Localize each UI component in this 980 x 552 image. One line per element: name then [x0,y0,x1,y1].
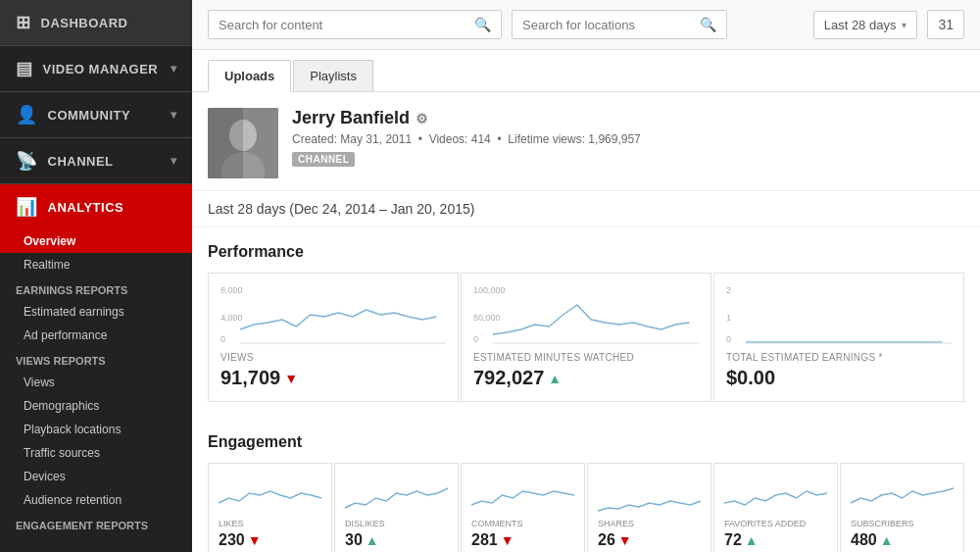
channel-name-text: Jerry Banfield [292,108,410,128]
channel-badge: CHANNEL [292,152,355,167]
sidebar-item-traffic-sources[interactable]: Traffic sources [0,441,192,465]
search-content-input[interactable] [219,18,474,32]
community-icon: 👤 [16,104,38,125]
engage-card-dislikes: DISLIKES 30 ▲ [334,463,459,552]
views-number: 91,709 [220,367,280,389]
channel-info: Jerry Banfield ⚙ Created: May 31, 2011 •… [292,108,964,167]
sidebar-item-ad-performance[interactable]: Ad performance [0,324,192,347]
sidebar-item-estimated-earnings[interactable]: Estimated earnings [0,300,192,324]
comments-number: 281 [471,531,498,549]
search-location-input[interactable] [522,18,700,32]
sidebar-item-devices[interactable]: Devices [0,465,192,488]
date-range-label: Last 28 days [824,18,897,32]
subscribers-number: 480 [851,531,877,549]
engage-card-favorites: FAVORITES ADDED 72 ▲ [713,463,838,552]
channel-header: Jerry Banfield ⚙ Created: May 31, 2011 •… [192,92,980,191]
minutes-chart-line [493,295,699,344]
avatar-svg [208,108,278,178]
engagement-section-label: Engagement reports [0,512,192,535]
chart-y-min: 0 [473,334,478,344]
date-range-display: Last 28 days (Dec 24, 2014 – Jan 20, 201… [192,191,980,227]
search-icon: 🔍 [474,17,491,32]
trend-down-icon: ▼ [284,371,298,386]
views-label: VIEWS [220,352,446,363]
subscribers-value: 480 ▲ [851,531,954,549]
sidebar-item-audience-retention[interactable]: Audience retention [0,488,192,512]
earnings-section-label: Earnings reports [0,276,192,300]
search-content-box[interactable]: 🔍 [208,10,502,39]
date-range-picker[interactable]: Last 28 days ▾ [813,11,918,39]
calendar-button[interactable]: 31 [927,10,964,39]
earnings-chart-line [746,295,952,344]
shares-chart [598,474,701,513]
sidebar-item-community[interactable]: 👤 Community ▾ [0,92,192,137]
tab-uploads[interactable]: Uploads [208,60,291,92]
likes-label: LIKES [219,519,321,528]
dashboard-icon: ⊞ [16,12,31,33]
channel-icon: 📡 [16,150,38,172]
performance-section: Performance 8,000 4,000 0 VIEWS [192,227,980,418]
tab-playlists[interactable]: Playlists [293,60,373,91]
sidebar-item-label: Community [48,108,131,123]
sidebar-item-label: Channel [48,154,114,169]
comments-value: 281 ▼ [471,531,574,549]
shares-label: SHARES [598,519,701,528]
sidebar-item-playback-locations[interactable]: Playback locations [0,418,192,441]
trend-down-icon: ▼ [618,532,632,548]
main-content: 🔍 🔍 Last 28 days ▾ 31 Uploads Playlists [192,0,980,552]
dislikes-label: DISLIKES [345,519,448,528]
favorites-number: 72 [724,531,742,549]
views-chart: 8,000 4,000 0 [220,285,446,344]
channel-meta: Created: May 31, 2011 • Videos: 414 • Li… [292,132,964,146]
favorites-chart [724,474,827,513]
sidebar-item-dashboard[interactable]: ⊞ Dashboard [0,0,192,45]
shares-value: 26 ▼ [598,531,701,549]
channel-created: Created: May 31, 2011 [292,132,412,146]
verified-icon: ⚙ [416,111,428,126]
avatar [208,108,278,178]
perf-card-views: 8,000 4,000 0 VIEWS 91,709 ▼ [208,273,459,402]
views-chart-line [240,295,446,344]
sidebar-item-views[interactable]: Views [0,371,192,394]
minutes-label: ESTIMATED MINUTES WATCHED [473,352,699,363]
minutes-number: 792,027 [473,367,544,389]
subscribers-label: SUBSCRIBERS [851,519,954,528]
earnings-number: $0.00 [726,367,775,389]
calendar-label: 31 [938,17,954,32]
channel-name: Jerry Banfield ⚙ [292,108,964,128]
search-location-box[interactable]: 🔍 [512,10,727,39]
trend-up-icon: ▲ [745,532,759,548]
performance-title: Performance [208,243,964,261]
chart-y-max: 100,000 [473,285,506,295]
sidebar-item-analytics[interactable]: 📊 Analytics [0,184,192,229]
sidebar-item-channel[interactable]: 📡 Channel ▾ [0,138,192,183]
comments-label: COMMENTS [471,519,574,528]
engagement-title: Engagement [208,433,964,451]
chevron-down-icon: ▾ [171,108,177,122]
channel-lifetime-views: Lifetime views: 1,969,957 [508,132,640,146]
sidebar-item-overview[interactable]: Overview [0,229,192,253]
engage-card-subscribers: SUBSCRIBERS 480 ▲ [840,463,964,552]
perf-card-earnings: 2 1 0 TOTAL ESTIMATED EARNINGS * $0.00 [713,273,964,402]
chart-y-max: 8,000 [220,285,243,295]
engage-card-likes: LIKES 230 ▼ [208,463,332,552]
chevron-down-icon: ▾ [171,154,177,168]
engagement-cards: LIKES 230 ▼ DISLIKES 30 ▲ [208,463,964,552]
sidebar: ⊞ Dashboard ▤ Video Manager ▾ 👤 Communit… [0,0,192,552]
chart-y-min: 0 [220,334,225,344]
sidebar-item-video-manager[interactable]: ▤ Video Manager ▾ [0,46,192,91]
likes-number: 230 [219,531,245,549]
sidebar-item-demographics[interactable]: Demographics [0,394,192,418]
likes-chart [219,474,321,513]
sidebar-item-label: Analytics [48,200,124,215]
chevron-down-icon: ▾ [902,20,906,30]
content-tabs: Uploads Playlists [192,50,980,92]
chart-y-mid: 1 [726,313,731,323]
chevron-down-icon: ▾ [171,62,177,75]
toolbar: 🔍 🔍 Last 28 days ▾ 31 [192,0,980,50]
sidebar-item-realtime[interactable]: Realtime [0,253,192,276]
minutes-value: 792,027 ▲ [473,367,699,389]
engagement-section: Engagement LIKES 230 ▼ [192,418,980,552]
favorites-label: FAVORITES ADDED [724,519,827,528]
chart-y-min: 0 [726,334,731,344]
